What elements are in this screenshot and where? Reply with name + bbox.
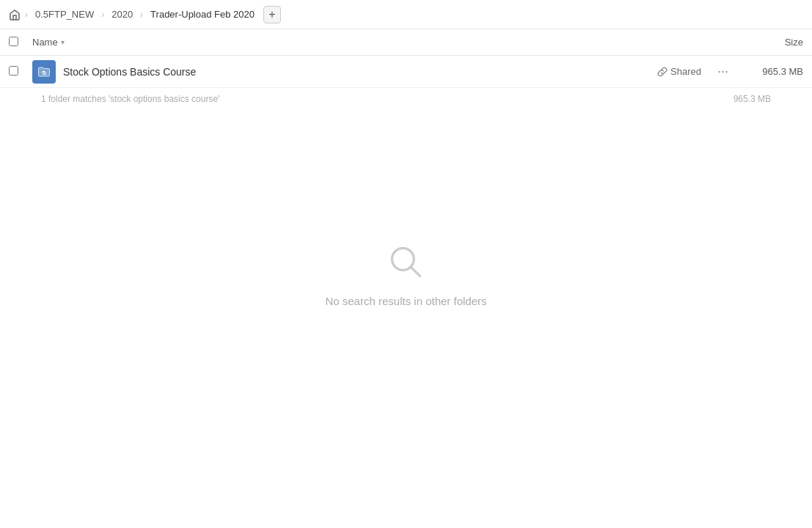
more-options-button[interactable]: ··· [713,62,733,81]
select-all-checkbox[interactable] [9,37,26,48]
file-name: Stock Options Basics Course [63,66,657,78]
breadcrumb-item-0[interactable]: 0.5FTP_NEW [32,7,97,21]
select-all-input[interactable] [9,37,18,46]
link-icon [657,67,667,77]
folder-icon [32,60,56,84]
name-column-header[interactable]: Name ▾ [32,37,730,48]
summary-row: 1 folder matches 'stock options basics c… [0,88,812,110]
summary-size: 965.3 MB [734,94,771,104]
breadcrumb-sep-3: › [140,10,143,20]
file-checkbox[interactable] [9,66,26,78]
breadcrumb-bar: › 0.5FTP_NEW › 2020 › Trader-Upload Feb … [0,0,812,29]
home-breadcrumb[interactable] [9,9,21,21]
sort-icon: ▾ [61,38,65,46]
summary-text: 1 folder matches 'stock options basics c… [41,94,219,104]
no-results-text: No search results in other folders [325,295,486,307]
breadcrumb-item-1[interactable]: 2020 [109,7,136,21]
breadcrumb-sep-2: › [101,10,104,20]
no-results-icon [386,242,427,283]
svg-line-1 [410,267,420,276]
size-column-header: Size [730,37,803,48]
breadcrumb-sep-1: › [25,10,28,20]
column-header: Name ▾ Size [0,29,812,56]
shared-label: Shared [657,66,701,77]
file-select-input[interactable] [9,66,18,76]
file-size: 965.3 MB [745,66,803,77]
file-row[interactable]: Stock Options Basics Course Shared ··· 9… [0,56,812,88]
breadcrumb-item-2[interactable]: Trader-Upload Feb 2020 [147,7,257,21]
empty-state: No search results in other folders [0,242,812,307]
add-breadcrumb-button[interactable]: + [263,6,281,23]
